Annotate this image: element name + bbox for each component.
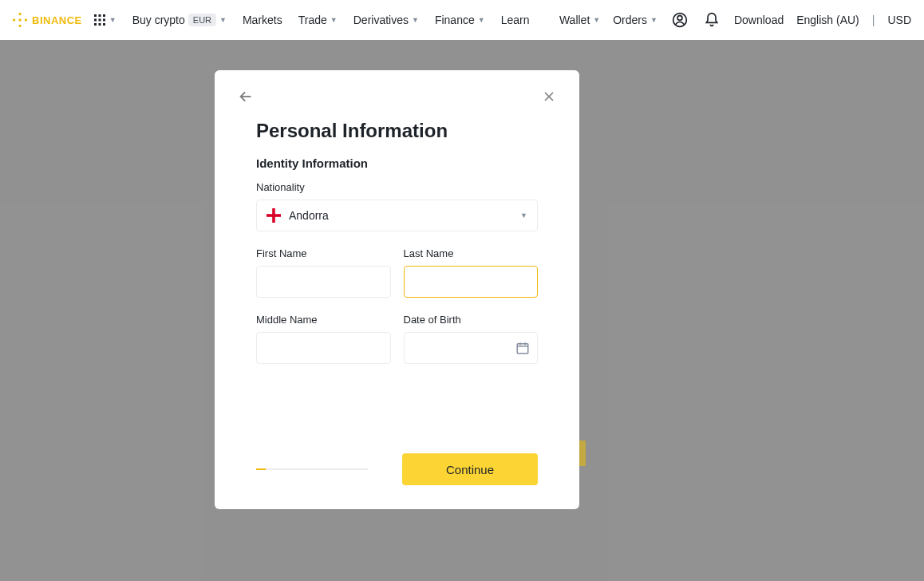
nav-wallet[interactable]: Wallet ▼: [559, 14, 600, 26]
chevron-down-icon: ▼: [109, 16, 116, 24]
nav-markets[interactable]: Markets: [243, 14, 282, 26]
svg-rect-11: [94, 23, 97, 26]
nav-derivatives[interactable]: Derivatives ▼: [353, 14, 419, 26]
nav-right: Wallet ▼ Orders ▼ Download English (AU) …: [559, 10, 911, 30]
svg-rect-5: [94, 14, 97, 17]
progress-bar: [256, 468, 368, 470]
svg-rect-8: [94, 19, 97, 22]
chevron-down-icon: ▼: [650, 16, 657, 24]
top-nav: BINANCE ▼ Buy crypto EUR ▼ Markets Trade…: [0, 0, 924, 40]
chevron-down-icon: ▼: [412, 16, 419, 24]
progress-fill: [256, 468, 266, 470]
dob-label: Date of Birth: [404, 314, 539, 326]
modal-title: Personal Information: [256, 120, 538, 142]
apps-grid-icon: [93, 14, 106, 26]
user-circle-icon: [672, 12, 688, 28]
svg-point-15: [677, 16, 682, 21]
svg-rect-9: [98, 19, 101, 22]
chevron-down-icon: ▼: [330, 16, 338, 24]
last-name-label: Last Name: [404, 247, 539, 259]
middle-name-input[interactable]: [256, 332, 391, 364]
chevron-down-icon: ▼: [219, 16, 227, 24]
flag-icon: [267, 208, 281, 223]
account-icon[interactable]: [670, 10, 689, 30]
personal-info-modal: Personal Information Identity Informatio…: [215, 70, 579, 509]
nav-learn[interactable]: Learn: [501, 14, 530, 26]
svg-rect-18: [272, 208, 275, 223]
buy-crypto-label: Buy crypto: [132, 14, 185, 26]
middle-name-label: Middle Name: [256, 314, 391, 326]
chevron-down-icon: ▼: [593, 16, 600, 24]
logo[interactable]: BINANCE: [13, 13, 82, 27]
chevron-down-icon: ▼: [478, 16, 485, 24]
svg-rect-7: [103, 14, 105, 17]
binance-logo-icon: [13, 13, 27, 27]
continue-button[interactable]: Continue: [402, 453, 538, 485]
divider: |: [872, 14, 875, 26]
dob-input[interactable]: [404, 332, 539, 364]
bell-icon: [704, 12, 720, 28]
first-name-input[interactable]: [256, 266, 391, 298]
svg-rect-2: [24, 18, 27, 22]
close-button[interactable]: [541, 89, 557, 108]
form-area: Nationality Andorra ▼ First Name Last Na…: [256, 181, 538, 453]
svg-rect-6: [98, 14, 101, 17]
currency-badge: EUR: [188, 14, 216, 26]
svg-rect-0: [18, 13, 22, 16]
brand-text: BINANCE: [32, 14, 82, 26]
close-icon: [541, 89, 557, 105]
svg-rect-12: [98, 23, 101, 26]
first-name-label: First Name: [256, 247, 391, 259]
section-label: Identity Information: [256, 156, 538, 170]
svg-rect-3: [18, 24, 22, 27]
arrow-left-icon: [237, 88, 255, 105]
notifications-icon[interactable]: [702, 10, 721, 30]
nav-finance[interactable]: Finance ▼: [435, 14, 485, 26]
nav-language[interactable]: English (AU): [796, 14, 859, 26]
nationality-label: Nationality: [256, 181, 538, 193]
nav-orders[interactable]: Orders ▼: [613, 14, 657, 26]
svg-rect-10: [103, 19, 105, 22]
nationality-value: Andorra: [289, 209, 329, 222]
nav-trade[interactable]: Trade ▼: [298, 14, 338, 26]
back-button[interactable]: [237, 88, 255, 109]
last-name-input[interactable]: [404, 266, 539, 298]
nationality-select[interactable]: Andorra ▼: [256, 200, 538, 231]
svg-rect-4: [18, 18, 22, 22]
apps-menu[interactable]: ▼: [93, 14, 116, 26]
nav-download[interactable]: Download: [734, 14, 784, 26]
svg-rect-1: [13, 18, 16, 22]
chevron-down-icon: ▼: [520, 211, 527, 219]
nav-left: ▼ Buy crypto EUR ▼ Markets Trade ▼ Deriv…: [93, 14, 530, 26]
nav-currency[interactable]: USD: [887, 14, 911, 26]
nav-buy-crypto[interactable]: Buy crypto EUR ▼: [132, 14, 227, 26]
svg-rect-13: [103, 23, 105, 26]
